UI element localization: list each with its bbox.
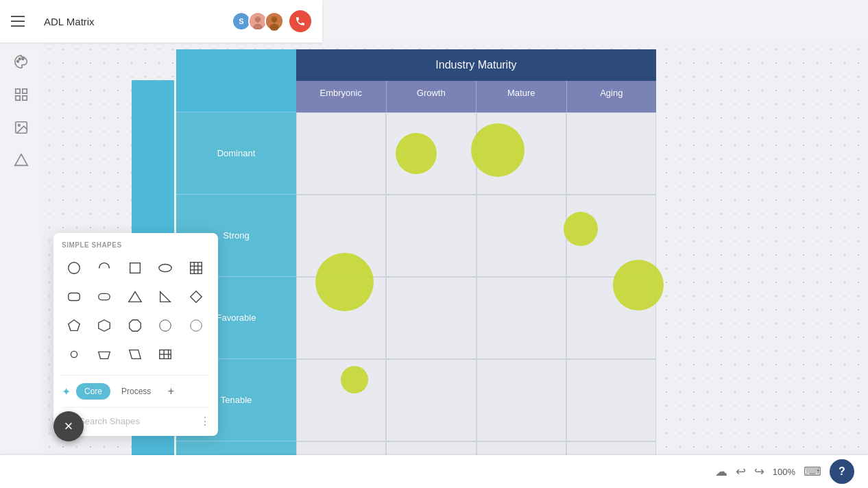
cell-2-3[interactable] — [477, 195, 566, 277]
svg-point-32 — [160, 320, 171, 332]
shape-small-circle[interactable] — [62, 342, 86, 367]
shape-table[interactable] — [184, 256, 208, 280]
shape-rounded-rect[interactable] — [62, 284, 86, 309]
redo-icon[interactable]: ↪ — [754, 464, 764, 479]
shape-circle-thin[interactable] — [184, 313, 208, 338]
shape-circle[interactable] — [62, 256, 86, 280]
col-growth: Growth — [386, 81, 477, 112]
shape-table-cells[interactable] — [153, 342, 178, 367]
sidebar-image-icon[interactable] — [8, 114, 35, 141]
svg-point-6 — [17, 60, 19, 62]
shapes-grid — [62, 256, 210, 367]
cell-4-2[interactable] — [386, 359, 476, 441]
cell-1-1[interactable] — [296, 112, 386, 195]
shape-square[interactable] — [123, 256, 147, 280]
cell-4-3[interactable] — [477, 359, 566, 441]
shape-arc[interactable] — [92, 256, 117, 280]
cloud-icon[interactable]: ☁ — [715, 464, 727, 479]
svg-point-7 — [19, 58, 21, 60]
svg-marker-30 — [99, 320, 110, 332]
shape-stadium[interactable] — [92, 284, 117, 309]
tab-core[interactable]: Core — [76, 383, 110, 400]
svg-marker-15 — [15, 154, 27, 166]
sidebar-shapes-icon[interactable] — [8, 147, 35, 174]
panel-tabs: ✦ Core Process + — [62, 375, 210, 400]
svg-rect-12 — [23, 96, 27, 100]
shape-hexagon[interactable] — [92, 313, 117, 338]
cell-2-2[interactable] — [386, 195, 476, 277]
app-title: ADL Matrix — [44, 16, 224, 27]
svg-point-16 — [69, 263, 80, 274]
svg-point-2 — [253, 23, 263, 30]
bubble-1[interactable] — [396, 133, 437, 174]
keyboard-icon[interactable]: ⌨ — [804, 464, 821, 479]
undo-icon[interactable]: ↩ — [736, 464, 746, 479]
svg-marker-28 — [190, 291, 202, 303]
shape-panel: SIMPLE SHAPES — [53, 233, 218, 436]
svg-point-5 — [269, 23, 279, 30]
row-dominant: Dominant — [176, 112, 296, 195]
bubble-4[interactable] — [315, 253, 374, 311]
svg-point-4 — [272, 16, 278, 23]
svg-point-18 — [159, 265, 171, 272]
topbar: ADL Matrix S — [0, 0, 322, 42]
svg-point-14 — [18, 124, 20, 126]
matrix-wrapper: Industry Maturity Embryonic Growth Matur… — [176, 49, 656, 488]
shape-circle-outline[interactable] — [153, 313, 178, 338]
svg-marker-26 — [129, 292, 141, 302]
panel-section-title: SIMPLE SHAPES — [62, 241, 210, 249]
col-mature: Mature — [476, 81, 566, 112]
hamburger-button[interactable] — [11, 10, 33, 32]
svg-point-34 — [71, 351, 77, 357]
sidebar-grid-icon[interactable] — [8, 81, 35, 108]
pointer-tab-icon[interactable]: ✦ — [62, 385, 71, 398]
svg-marker-35 — [99, 352, 110, 358]
col-aging: Aging — [566, 81, 657, 112]
bubble-6[interactable] — [341, 366, 368, 393]
cell-4-4[interactable] — [566, 359, 656, 441]
shape-diamond[interactable] — [184, 284, 208, 309]
fab-close-button[interactable]: × — [53, 411, 84, 441]
shape-right-triangle[interactable] — [153, 284, 178, 309]
bubble-5[interactable] — [613, 260, 664, 310]
avatar-brown — [265, 12, 284, 31]
svg-marker-27 — [160, 292, 171, 302]
matrix-header: Industry Maturity — [296, 49, 656, 81]
shape-octagon[interactable] — [123, 313, 147, 338]
bottom-toolbar: ☁ ↩ ↪ 100% ⌨ ? — [0, 455, 868, 488]
shape-pentagon[interactable] — [62, 313, 86, 338]
cell-4-1[interactable] — [296, 359, 386, 441]
help-button[interactable]: ? — [830, 459, 854, 484]
cell-3-3[interactable] — [477, 277, 566, 359]
phone-button[interactable] — [289, 10, 311, 32]
zoom-level: 100% — [773, 467, 795, 477]
search-input[interactable] — [79, 416, 194, 426]
avatar-group: S — [234, 10, 311, 32]
panel-search: 🔍 ⋮ — [62, 407, 210, 428]
svg-rect-11 — [16, 96, 20, 100]
cell-3-2[interactable] — [386, 277, 476, 359]
shape-parallelogram[interactable] — [123, 342, 147, 367]
shape-triangle[interactable] — [123, 284, 147, 309]
svg-point-33 — [190, 320, 202, 332]
col-embryonic: Embryonic — [296, 81, 386, 112]
more-button[interactable]: ⋮ — [200, 415, 210, 428]
cell-1-4[interactable] — [566, 112, 656, 195]
bubble-3[interactable] — [564, 212, 598, 246]
svg-point-8 — [22, 58, 24, 60]
svg-rect-10 — [23, 89, 27, 93]
tab-add-button[interactable]: + — [162, 382, 180, 400]
sidebar-paint-icon[interactable] — [8, 48, 35, 75]
tab-process[interactable]: Process — [113, 383, 159, 400]
bubble-2[interactable] — [471, 123, 525, 177]
svg-marker-36 — [130, 350, 141, 359]
svg-marker-29 — [69, 320, 80, 331]
svg-point-1 — [255, 16, 261, 23]
svg-marker-31 — [130, 320, 141, 332]
svg-rect-19 — [190, 263, 202, 274]
shape-ellipse[interactable] — [153, 256, 178, 280]
shape-trapezoid[interactable] — [92, 342, 117, 367]
left-sidebar — [0, 0, 43, 488]
svg-rect-25 — [99, 293, 110, 300]
svg-rect-24 — [69, 293, 80, 301]
